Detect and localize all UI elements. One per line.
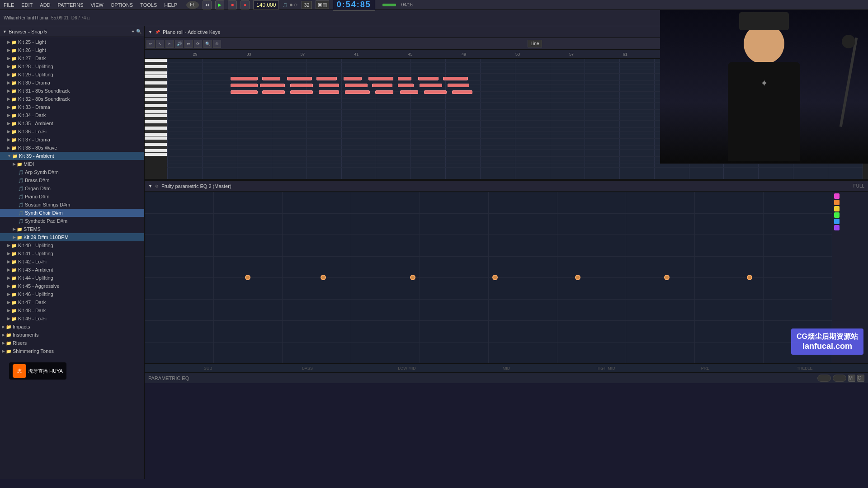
browser-item-21[interactable]: 🎵Synth Choir D#m <box>0 209 144 217</box>
bpm-display[interactable]: 140.000 <box>253 0 279 9</box>
back-to-start-btn[interactable]: ⏮ <box>203 0 212 9</box>
browser-item-38[interactable]: ▶📁Shimmering Tones <box>0 347 144 355</box>
pr-tool-2[interactable]: ↖ <box>156 40 164 48</box>
eq-node-5[interactable] <box>575 275 580 280</box>
note-block-16[interactable] <box>420 84 442 87</box>
eq-node-6[interactable] <box>664 275 670 280</box>
piano-key-7[interactable] <box>145 81 167 85</box>
eq-toggle-1[interactable] <box>817 375 831 382</box>
browser-item-27[interactable]: ▶📁Kit 42 - Lo-Fi <box>0 258 144 266</box>
play-btn[interactable]: ▶ <box>215 0 224 9</box>
eq-band-6[interactable] <box>834 225 840 230</box>
pr-tool-3[interactable]: ✂ <box>165 40 174 48</box>
browser-item-25[interactable]: ▶📁Kit 40 - Uplifting <box>0 241 144 249</box>
note-block-22[interactable] <box>345 90 370 94</box>
eq-toggle-2[interactable] <box>833 375 846 382</box>
browser-item-17[interactable]: 🎵Brass D#m <box>0 176 144 184</box>
note-block-14[interactable] <box>372 84 392 87</box>
note-block-15[interactable] <box>398 84 414 87</box>
note-block-21[interactable] <box>319 90 339 94</box>
browser-item-16[interactable]: 🎵Arp Synth D#m <box>0 168 144 176</box>
browser-item-34[interactable]: ▶📁Kit 49 - Lo-Fi <box>0 314 144 323</box>
note-block-17[interactable] <box>448 84 469 87</box>
browser-item-33[interactable]: ▶📁Kit 48 - Dark <box>0 306 144 314</box>
piano-key-16[interactable] <box>145 110 167 114</box>
piano-key-23[interactable] <box>145 133 167 136</box>
browser-item-18[interactable]: 🎵Organ D#m <box>0 184 144 192</box>
browser-item-1[interactable]: ▶📁Kit 26 - Light <box>0 46 144 54</box>
menu-item-options[interactable]: OPTIONS <box>109 2 135 8</box>
browser-item-13[interactable]: ▶📁Kit 38 - 80s Wave <box>0 144 144 152</box>
eq-node-7[interactable] <box>747 275 752 280</box>
pr-tool-5[interactable]: ⬅ <box>184 40 193 48</box>
eq-node-3[interactable] <box>410 275 415 280</box>
note-block-13[interactable] <box>345 84 368 87</box>
eq-btn-2[interactable]: C <box>857 375 864 382</box>
piano-key-12[interactable] <box>145 98 167 101</box>
note-block-11[interactable] <box>290 84 313 87</box>
browser-item-26[interactable]: ▶📁Kit 41 - Uplifting <box>0 249 144 258</box>
browser-item-23[interactable]: ▶📁STEMS <box>0 225 144 233</box>
browser-item-5[interactable]: ▶📁Kit 30 - Drama <box>0 79 144 87</box>
menu-item-view[interactable]: VIEW <box>89 2 105 8</box>
browser-item-30[interactable]: ▶📁Kit 45 - Aggressive <box>0 282 144 290</box>
browser-item-3[interactable]: ▶📁Kit 28 - Uplifting <box>0 62 144 70</box>
browser-item-12[interactable]: ▶📁Kit 37 - Drama <box>0 136 144 144</box>
stop-btn[interactable]: ■ <box>228 0 237 9</box>
pr-pin-icon[interactable]: 📌 <box>155 30 160 34</box>
eq-collapse-icon[interactable]: ▼ <box>148 184 152 188</box>
piano-key-4[interactable] <box>145 71 167 75</box>
eq-band-3[interactable] <box>834 206 840 211</box>
piano-key-9[interactable] <box>145 88 167 91</box>
menu-item-file[interactable]: FILE <box>2 2 16 8</box>
piano-key-17[interactable] <box>145 114 167 117</box>
record-btn[interactable]: ● <box>241 0 250 9</box>
note-block-18[interactable] <box>231 90 258 94</box>
note-block-3[interactable] <box>316 77 337 80</box>
note-block-25[interactable] <box>424 90 447 94</box>
note-block-1[interactable] <box>262 77 280 80</box>
eq-node-2[interactable] <box>321 275 326 280</box>
pr-tool-7[interactable]: 🔍 <box>203 40 212 48</box>
piano-key-2[interactable] <box>145 65 167 69</box>
pr-tool-6[interactable]: ⟳ <box>194 40 202 48</box>
note-block-8[interactable] <box>443 77 468 80</box>
note-block-2[interactable] <box>287 77 312 80</box>
eq-band-2[interactable] <box>834 200 840 205</box>
pr-line-mode[interactable]: Line <box>528 40 542 47</box>
browser-item-10[interactable]: ▶📁Kit 35 - Ambient <box>0 119 144 127</box>
eq-content[interactable] <box>145 192 832 363</box>
browser-item-37[interactable]: ▶📁Risers <box>0 339 144 347</box>
eq-band-5[interactable] <box>834 219 840 224</box>
pr-tool-4[interactable]: 🔊 <box>175 40 183 48</box>
browser-item-15[interactable]: ▶📁MIDI <box>0 160 144 168</box>
browser-item-31[interactable]: ▶📁Kit 46 - Uplifting <box>0 290 144 298</box>
note-block-6[interactable] <box>398 77 411 80</box>
note-block-4[interactable] <box>344 77 362 80</box>
note-block-0[interactable] <box>231 77 258 80</box>
piano-key-0[interactable] <box>145 59 167 62</box>
browser-item-14[interactable]: ▼📁Kit 39 - Ambient <box>0 152 144 160</box>
eq-band-4[interactable] <box>834 212 840 218</box>
browser-item-24[interactable]: ▶📁Kit 39 D#m 110BPM <box>0 233 144 241</box>
browser-item-36[interactable]: ▶📁Instruments <box>0 331 144 339</box>
browser-item-19[interactable]: 🎵Piano D#m <box>0 192 144 201</box>
note-block-26[interactable] <box>452 90 472 94</box>
note-block-19[interactable] <box>262 90 285 94</box>
browser-item-2[interactable]: ▶📁Kit 27 - Dark <box>0 54 144 62</box>
browser-search-icon[interactable]: 🔍 <box>136 29 142 34</box>
pr-tool-1[interactable]: ✏ <box>146 40 155 48</box>
note-block-5[interactable] <box>368 77 393 80</box>
note-block-24[interactable] <box>400 90 418 94</box>
eq-band-1[interactable] <box>834 193 840 199</box>
browser-item-29[interactable]: ▶📁Kit 44 - Uplifting <box>0 274 144 282</box>
menu-item-tools[interactable]: TOOLS <box>138 2 159 8</box>
piano-key-29[interactable] <box>145 153 167 156</box>
piano-key-24[interactable] <box>145 136 167 140</box>
browser-item-8[interactable]: ▶📁Kit 33 - Drama <box>0 103 144 111</box>
browser-item-32[interactable]: ▶📁Kit 47 - Dark <box>0 298 144 306</box>
browser-expand-icon[interactable]: ▼ <box>3 29 7 34</box>
piano-key-5[interactable] <box>145 75 167 79</box>
browser-item-9[interactable]: ▶📁Kit 34 - Dark <box>0 111 144 119</box>
browser-item-28[interactable]: ▶📁Kit 43 - Ambient <box>0 266 144 274</box>
